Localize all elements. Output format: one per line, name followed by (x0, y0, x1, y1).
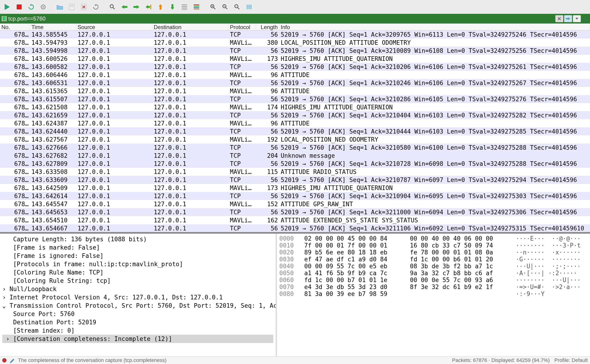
save-file-button[interactable] (66, 2, 77, 12)
filter-bookmark-button[interactable] (1, 16, 7, 21)
packet-row[interactable]: 678…143.645653127.0.0.1127.0.0.1TCP56520… (0, 208, 590, 216)
go-to-packet-button[interactable] (143, 2, 154, 12)
zoom-out-button[interactable] (220, 2, 230, 12)
packet-list[interactable]: 678…143.585545127.0.0.1127.0.0.1TCP56520… (0, 30, 590, 234)
filter-history-dropdown[interactable] (573, 15, 581, 22)
column-source[interactable]: Source (76, 24, 152, 30)
packet-row[interactable]: 678…143.624387127.0.0.1127.0.0.1MAVLi…96… (0, 119, 590, 127)
packet-row[interactable]: 678…143.594998127.0.0.1127.0.0.1TCP56520… (0, 47, 590, 55)
stop-capture-button[interactable] (14, 2, 25, 12)
detail-line[interactable]: › [Conversation completeness: Incomplete… (2, 335, 273, 343)
detail-line[interactable]: [Frame is marked: False] (2, 243, 273, 252)
svg-marker-15 (121, 5, 127, 9)
packet-row[interactable]: 678…143.627682127.0.0.1127.0.0.1TCP204Un… (0, 152, 590, 160)
packet-row[interactable]: 678…143.654510127.0.0.1127.0.0.1MAVLi…16… (0, 216, 590, 224)
restart-capture-button[interactable] (26, 2, 36, 12)
packet-row[interactable]: 678…143.621659127.0.0.1127.0.0.1TCP56520… (0, 111, 590, 119)
go-back-button[interactable] (119, 2, 130, 12)
hex-row[interactable]: 00107f 00 00 01 7f 00 00 0116 80 cb 33 c… (279, 242, 588, 249)
packet-row[interactable]: 678…143.633609127.0.0.1127.0.0.1TCP56520… (0, 176, 590, 184)
packet-details-pane[interactable]: Capture Length: 136 bytes (1088 bits) [F… (0, 234, 277, 356)
packet-bytes-pane[interactable]: 000002 00 00 00 45 00 00 8400 00 40 00 4… (277, 234, 590, 356)
detail-line[interactable]: › Internet Protocol Version 4, Src: 127.… (2, 293, 273, 301)
hex-row[interactable]: 0060fd 1c 00 00 b7 01 01 1e00 00 0e 55 7… (279, 277, 588, 284)
svg-line-37 (238, 7, 239, 9)
zoom-reset-button[interactable]: = (232, 2, 242, 12)
detail-line[interactable]: [Coloring Rule String: tcp] (2, 277, 273, 285)
packet-row[interactable]: 678…143.627567127.0.0.1127.0.0.1MAVLi…19… (0, 135, 590, 143)
filter-apply-button[interactable] (564, 15, 572, 22)
svg-rect-27 (194, 7, 199, 8)
packet-row[interactable]: 678…143.642509127.0.0.1127.0.0.1MAVLi…17… (0, 184, 590, 192)
column-no[interactable]: No. (0, 24, 30, 30)
packet-row[interactable]: 678…143.585545127.0.0.1127.0.0.1TCP56520… (0, 30, 590, 39)
svg-rect-39 (246, 5, 248, 9)
detail-line[interactable]: Source Port: 5760 (2, 310, 273, 318)
packet-row[interactable]: 678…143.606446127.0.0.1127.0.0.1MAVLi…96… (0, 71, 590, 79)
filter-clear-button[interactable] (555, 15, 563, 22)
status-packets: Packets: 67876 · Displayed: 64259 (94.7%… (452, 357, 550, 363)
status-bar: The completeness of the conversation cap… (0, 356, 590, 364)
column-length[interactable]: Length (256, 24, 279, 30)
detail-line[interactable]: Capture Length: 136 bytes (1088 bits) (2, 235, 273, 243)
svg-rect-23 (182, 8, 187, 8)
packet-row[interactable]: 678…143.633508127.0.0.1127.0.0.1MAVLi…11… (0, 168, 590, 176)
svg-marker-20 (171, 4, 174, 10)
column-dest[interactable]: Destination (152, 24, 229, 30)
find-packet-button[interactable] (107, 2, 118, 12)
svg-line-14 (113, 7, 115, 9)
resize-columns-button[interactable] (244, 2, 254, 12)
go-to-first-button[interactable] (155, 2, 166, 12)
packet-row[interactable]: 678…143.645547127.0.0.1127.0.0.1MAVLi…15… (0, 200, 590, 208)
hex-row[interactable]: 0030ef 47 ae df c1 a9 d0 84fd 1c 00 00 b… (279, 256, 588, 263)
packet-row[interactable]: 678…143.600582127.0.0.1127.0.0.1TCP56520… (0, 63, 590, 71)
packet-row[interactable]: 678…143.642614127.0.0.1127.0.0.1TCP56520… (0, 192, 590, 200)
svg-line-34 (225, 7, 227, 9)
svg-rect-25 (194, 4, 199, 5)
svg-rect-24 (182, 9, 187, 10)
hex-row[interactable]: 002089 b5 6e ee 80 18 18 ebfe 78 00 00 0… (279, 249, 588, 256)
column-info[interactable]: Info (279, 24, 590, 30)
packet-row[interactable]: 678…143.594793127.0.0.1127.0.0.1MAVLi…38… (0, 39, 590, 47)
svg-marker-19 (159, 4, 162, 10)
zoom-in-button[interactable] (208, 2, 218, 12)
detail-line[interactable]: [Protocols in frame: null:ip:tcp:mavlink… (2, 260, 273, 268)
display-filter-input[interactable] (8, 15, 554, 22)
column-time[interactable]: Time (30, 24, 76, 30)
packet-row[interactable]: 678…143.615507127.0.0.1127.0.0.1TCP56520… (0, 95, 590, 103)
detail-line[interactable]: [Coloring Rule Name: TCP] (2, 268, 273, 277)
open-file-button[interactable] (54, 2, 65, 12)
go-to-last-button[interactable] (167, 2, 178, 12)
reload-file-button[interactable] (91, 2, 101, 12)
detail-line[interactable]: ⌄ Transmission Control Protocol, Src Por… (2, 301, 273, 310)
detail-line[interactable]: › Null/Loopback (2, 285, 273, 293)
packet-row[interactable]: 678…143.600526127.0.0.1127.0.0.1MAVLi…17… (0, 55, 590, 63)
detail-line[interactable]: [Frame is ignored: False] (2, 252, 273, 260)
packet-row[interactable]: 678…143.627809127.0.0.1127.0.0.1TCP56520… (0, 160, 590, 168)
svg-rect-26 (194, 6, 199, 7)
detail-line[interactable]: [Stream index: 0] (2, 326, 273, 335)
hex-row[interactable]: 004000 00 09 55 7c 00 e5 eb08 3b de 3b f… (279, 263, 588, 270)
hex-row[interactable]: 0050a1 41 f6 5b 9f b9 ca 7c9a 3a 32 c7 b… (279, 270, 588, 277)
packet-row[interactable]: 678…143.606531127.0.0.1127.0.0.1TCP56520… (0, 79, 590, 87)
capture-edit-icon[interactable] (10, 358, 15, 363)
packet-row[interactable]: 678…143.627666127.0.0.1127.0.0.1TCP56520… (0, 143, 590, 152)
start-capture-button[interactable] (2, 2, 13, 12)
packet-row[interactable]: 678…143.615365127.0.0.1127.0.0.1MAVLi…96… (0, 87, 590, 95)
close-file-button[interactable] (79, 2, 89, 12)
column-protocol[interactable]: Protocol (229, 24, 256, 30)
expert-info-indicator[interactable] (2, 358, 7, 362)
hex-row[interactable]: 000002 00 00 00 45 00 00 8400 00 40 00 4… (279, 235, 588, 242)
colorize-button[interactable] (191, 2, 202, 12)
hex-row[interactable]: 008081 3a 00 39 ee b7 98 59·:·9···Y (279, 290, 588, 297)
packet-row[interactable]: 678…143.621508127.0.0.1127.0.0.1MAVLi…17… (0, 103, 590, 111)
detail-line[interactable]: Destination Port: 52019 (2, 318, 273, 326)
packet-row[interactable]: 678…143.654667127.0.0.1127.0.0.1TCP56520… (0, 224, 590, 232)
hex-row[interactable]: 0070e4 3d 3e db 55 3d 23 d08f 3e 32 dc 6… (279, 284, 588, 290)
auto-scroll-button[interactable] (179, 2, 190, 12)
packet-row[interactable]: 678…143.624440127.0.0.1127.0.0.1TCP56520… (0, 127, 590, 135)
filter-add-button[interactable]: ＋ (582, 15, 589, 22)
capture-options-button[interactable] (38, 2, 48, 12)
go-forward-button[interactable] (131, 2, 142, 12)
status-profile[interactable]: Profile: Default (554, 357, 588, 363)
